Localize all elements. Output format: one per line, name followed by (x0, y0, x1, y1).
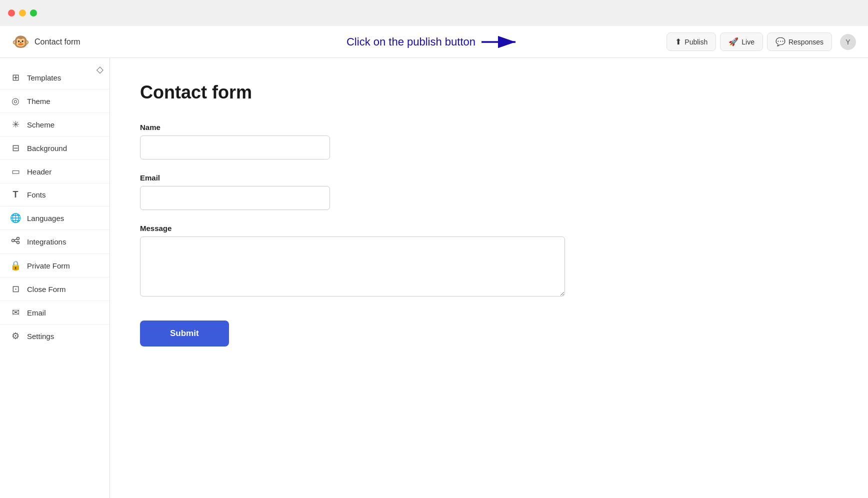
sidebar-label-email: Email (27, 308, 46, 317)
svg-point-2 (12, 240, 14, 242)
sidebar-item-templates[interactable]: ⊞ Templates (0, 66, 110, 90)
publish-label: Publish (684, 38, 708, 46)
traffic-light-green[interactable] (30, 10, 37, 16)
sidebar-label-integrations: Integrations (27, 238, 66, 246)
sidebar-label-templates: Templates (27, 74, 61, 82)
form-title: Contact form (140, 82, 838, 103)
svg-line-6 (14, 241, 17, 242)
sidebar-label-background: Background (27, 144, 67, 152)
header-right: ⬆ Publish 🚀 Live 💬 Responses Y (666, 32, 856, 51)
responses-icon: 💬 (776, 37, 786, 46)
titlebar (0, 0, 868, 26)
email-icon: ✉ (10, 307, 21, 318)
sidebar-item-theme[interactable]: ◎ Theme (0, 90, 110, 113)
email-label: Email (140, 174, 838, 182)
publish-icon: ⬆ (675, 37, 682, 46)
header-title: Contact form (34, 38, 80, 46)
private-form-icon: 🔒 (10, 260, 21, 271)
submit-button[interactable]: Submit (140, 320, 229, 346)
sidebar-label-scheme: Scheme (27, 120, 54, 129)
header-left: 🐵 Contact form (12, 34, 80, 50)
sidebar-item-email[interactable]: ✉ Email (0, 301, 110, 324)
message-textarea[interactable] (140, 236, 565, 296)
scheme-icon: ✳ (10, 119, 21, 130)
header-center: Click on the publish button (346, 34, 522, 50)
sidebar-item-close-form[interactable]: ⊡ Close Form (0, 278, 110, 301)
sidebar-label-settings: Settings (27, 332, 54, 340)
svg-point-4 (17, 242, 20, 244)
name-label: Name (140, 123, 838, 132)
monkey-icon: 🐵 (12, 34, 30, 50)
sidebar-item-languages[interactable]: 🌐 Languages (0, 206, 110, 230)
sidebar: ◇ ⊞ Templates ◎ Theme ✳ Scheme ⊟ Backgro… (0, 58, 110, 498)
sidebar-label-fonts: Fonts (27, 190, 46, 199)
traffic-light-red[interactable] (8, 10, 15, 16)
sidebar-label-close-form: Close Form (27, 285, 66, 294)
publish-button[interactable]: ⬆ Publish (666, 32, 716, 51)
fonts-icon: T (10, 190, 21, 200)
sidebar-item-background[interactable]: ⊟ Background (0, 136, 110, 160)
sidebar-toggle-icon[interactable]: ◇ (96, 64, 104, 75)
integrations-icon (10, 236, 21, 248)
close-form-icon: ⊡ (10, 284, 21, 294)
sidebar-item-fonts[interactable]: T Fonts (0, 184, 110, 206)
languages-icon: 🌐 (10, 212, 21, 224)
name-input[interactable] (140, 136, 330, 160)
email-field-group: Email (140, 174, 838, 210)
settings-icon: ⚙ (10, 330, 21, 342)
sidebar-label-header: Header (27, 168, 52, 176)
rocket-icon: 🚀 (728, 37, 738, 46)
app-header: 🐵 Contact form Click on the publish butt… (0, 26, 868, 58)
live-label: Live (742, 38, 754, 46)
publish-hint-text: Click on the publish button (346, 36, 476, 48)
templates-icon: ⊞ (10, 72, 21, 83)
responses-label: Responses (788, 38, 824, 46)
email-input[interactable] (140, 186, 330, 210)
sidebar-item-header[interactable]: ▭ Header (0, 160, 110, 184)
name-field-group: Name (140, 123, 838, 160)
message-field-group: Message (140, 224, 838, 298)
sidebar-label-languages: Languages (27, 214, 64, 222)
sidebar-item-settings[interactable]: ⚙ Settings (0, 324, 110, 348)
sidebar-item-scheme[interactable]: ✳ Scheme (0, 113, 110, 136)
user-avatar[interactable]: Y (840, 34, 856, 50)
theme-icon: ◎ (10, 96, 21, 106)
header-icon: ▭ (10, 166, 21, 177)
traffic-light-yellow[interactable] (19, 10, 26, 16)
form-content: Contact form Name Email Message Submit (110, 58, 868, 498)
responses-button[interactable]: 💬 Responses (767, 32, 832, 51)
sidebar-item-integrations[interactable]: Integrations (0, 230, 110, 254)
main-layout: ◇ ⊞ Templates ◎ Theme ✳ Scheme ⊟ Backgro… (0, 58, 868, 498)
sidebar-item-private-form[interactable]: 🔒 Private Form (0, 254, 110, 278)
svg-line-5 (14, 239, 17, 240)
arrow-icon (482, 34, 522, 50)
sidebar-label-theme: Theme (27, 97, 50, 106)
sidebar-label-private-form: Private Form (27, 262, 70, 270)
live-button[interactable]: 🚀 Live (720, 32, 763, 51)
message-label: Message (140, 224, 838, 232)
svg-point-3 (17, 238, 20, 240)
background-icon: ⊟ (10, 142, 21, 154)
